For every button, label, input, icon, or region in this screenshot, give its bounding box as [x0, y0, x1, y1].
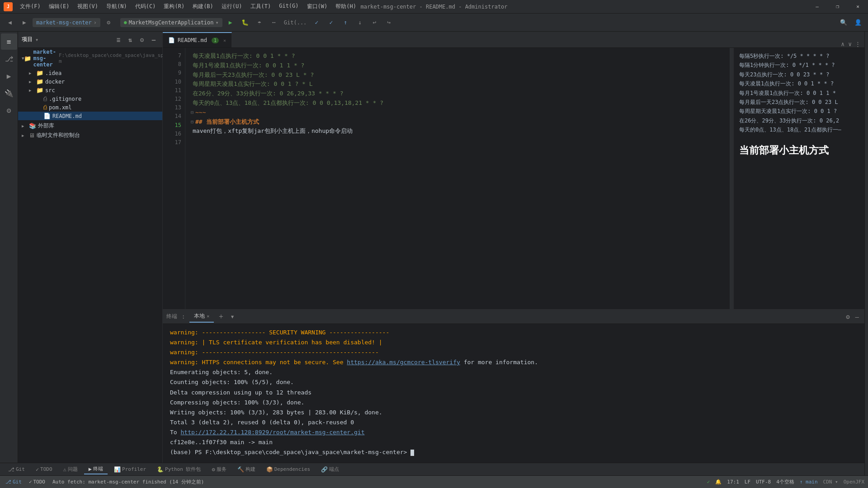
menu-code[interactable]: 代码(C) — [132, 2, 160, 11]
bottom-tab-terminal[interactable]: ▶ 终端 — [84, 464, 108, 474]
menu-navigate[interactable]: 导航(N) — [103, 2, 131, 11]
status-cursor-pos[interactable]: 17:1 — [727, 479, 739, 485]
tree-item-src[interactable]: ▶ 📁 src — [18, 86, 162, 94]
term-line-6: Delta compression using up to 12 threads — [170, 388, 857, 398]
tree-item-pom[interactable]: ⎙ pom.xml — [18, 103, 162, 112]
status-lf[interactable]: LF — [745, 479, 750, 485]
forward-button[interactable]: ▶ — [18, 16, 31, 29]
tab-actions-icon[interactable]: ⋮ — [855, 41, 861, 47]
git-tab-label: Git — [16, 466, 25, 472]
activity-settings-icon[interactable]: ⚙ — [1, 102, 17, 118]
menu-edit[interactable]: 编辑(E) — [45, 2, 73, 11]
breadcrumb[interactable]: market-msg-center › — [33, 18, 100, 27]
app-selector[interactable]: ● MarketMsgCenterApplication ▾ — [120, 18, 222, 27]
docker-label: docker — [45, 79, 65, 85]
menu-file[interactable]: 文件(F) — [16, 2, 44, 11]
menu-refactor[interactable]: 重构(R) — [160, 2, 188, 11]
run-button[interactable]: ▶ — [224, 16, 237, 29]
bottom-tab-endpoints[interactable]: 🔗 端点 — [316, 465, 344, 474]
bottom-tab-services[interactable]: ⚙ 服务 — [207, 465, 231, 474]
minimize-panel-icon[interactable]: — — [149, 35, 159, 45]
status-indent[interactable]: 4个空格 — [776, 479, 794, 485]
editor-scrollbar[interactable] — [730, 48, 733, 309]
terminal-dropdown-icon[interactable]: ▾ — [230, 312, 235, 321]
activity-bar: ≡ ⎇ ▶ 🔌 ⚙ — [0, 32, 18, 463]
activity-commit-icon[interactable]: ⎇ — [1, 51, 17, 67]
bottom-tab-profiler[interactable]: 📊 Profiler — [109, 465, 151, 474]
terminal-local-close-icon[interactable]: ✕ — [207, 314, 209, 319]
terminal-tab-local[interactable]: 本地 ✕ — [189, 310, 214, 323]
tree-item-external-libs[interactable]: ▶ 📚 外部库 — [18, 121, 162, 131]
git-branch-info[interactable]: Git(... — [284, 19, 307, 26]
bottom-tab-python[interactable]: 🐍 Python 软件包 — [152, 465, 205, 474]
search-next-icon[interactable]: ∨ — [847, 41, 853, 47]
bottom-tab-build[interactable]: 🔨 构建 — [233, 465, 260, 474]
back-button[interactable]: ◀ — [4, 16, 16, 29]
line-text-16: maven打包，xftp复制jar包到小主机上面，nohup命令启动 — [193, 127, 353, 136]
status-cdn: CDN ▾ — [823, 479, 838, 485]
push-button[interactable]: ↑ — [339, 16, 352, 29]
minimize-button[interactable]: — — [807, 0, 827, 14]
window-title: market-msg-center - README.md - Administ… — [360, 4, 507, 10]
status-encoding[interactable]: UTF-8 — [756, 479, 771, 485]
preview-line-3: 每天凌晨1点执行一次: 0 0 1 * * ? — [739, 79, 859, 88]
git-tab-icon: ⎇ — [8, 466, 14, 473]
terminal-add-button[interactable]: ＋ — [217, 312, 225, 321]
menu-view[interactable]: 视图(V) — [74, 2, 102, 11]
user-button[interactable]: 👤 — [852, 16, 864, 29]
sort-icon[interactable]: ⇅ — [125, 35, 135, 45]
settings-button[interactable]: ⚙ — [102, 16, 115, 29]
menu-window[interactable]: 窗口(W) — [303, 2, 331, 11]
search-prev-icon[interactable]: ∧ — [840, 41, 846, 47]
bottom-tab-dependencies[interactable]: 📦 Dependencies — [262, 465, 315, 474]
root-folder-label: market-msg-center — [33, 49, 56, 68]
menu-build[interactable]: 构建(B) — [189, 2, 217, 11]
menu-help[interactable]: 帮助(H) — [332, 2, 360, 11]
term-line-1: warning: | TLS certificate verification … — [170, 338, 857, 347]
bottom-tab-git[interactable]: ⎇ Git — [4, 465, 29, 474]
debug-button[interactable]: 🐛 — [239, 16, 251, 29]
tree-item-docker[interactable]: ▶ 📁 docker — [18, 77, 162, 86]
term-repo-link[interactable]: http://172.22.71.128:8929/root/market-ms… — [180, 429, 364, 436]
tree-item-gitignore[interactable]: ⎙ .gitignore — [18, 94, 162, 103]
close-button[interactable]: ✕ — [848, 0, 868, 14]
temp-arrow-icon: ▶ — [22, 133, 29, 138]
update-button[interactable]: ✓ — [310, 16, 323, 29]
terminal-minimize-icon[interactable]: — — [854, 312, 861, 321]
terminal-settings-icon[interactable]: ⚙ — [844, 312, 851, 321]
undo-button[interactable]: ↩ — [368, 16, 381, 29]
dependencies-tab-icon: 📦 — [266, 466, 273, 473]
collapse-all-icon[interactable]: ≡ — [113, 35, 123, 45]
tree-root[interactable]: ▼ 📁 market-msg-center F:\desktop_space\c… — [18, 48, 162, 69]
more-run-button[interactable]: ⋯ — [268, 16, 280, 29]
editor-tab-readme[interactable]: 📄 README.md 1 ✕ — [163, 32, 232, 47]
maximize-button[interactable]: ❐ — [827, 0, 848, 14]
status-git[interactable]: ⎇ Git — [4, 479, 24, 485]
code-editor[interactable]: 每天凌晨1点执行一次: 0 0 1 * * ? 每月1号凌晨1点执行一次: 0 … — [185, 48, 730, 309]
settings-panel-icon[interactable]: ⚙ — [137, 35, 147, 45]
bottom-tab-problems[interactable]: ⚠ 问题 — [59, 465, 82, 474]
search-button[interactable]: 🔍 — [837, 16, 850, 29]
git-status-label: Git — [13, 479, 22, 485]
activity-project-icon[interactable]: ≡ — [1, 33, 17, 50]
tree-item-idea[interactable]: ▶ 📁 .idea — [18, 69, 162, 77]
term-line-5: Counting objects: 100% (5/5), done. — [170, 377, 857, 387]
gitignore-label: .gitignore — [49, 96, 81, 102]
bottom-tab-todo[interactable]: ✓ TODO — [31, 465, 57, 474]
terminal-content: warning: ------------------ SECURITY WAR… — [163, 324, 864, 463]
redo-button[interactable]: ↪ — [382, 16, 395, 29]
coverage-button[interactable]: ☂ — [253, 16, 266, 29]
status-branch[interactable]: ↑ main — [800, 479, 818, 485]
tree-item-temp-files[interactable]: ▶ 🖥 临时文件和控制台 — [18, 131, 162, 140]
activity-run-icon[interactable]: ▶ — [1, 68, 17, 84]
menu-git[interactable]: Git(G) — [275, 2, 302, 11]
term-tls-link[interactable]: https://aka.ms/gcmcore-tlsverify — [347, 359, 460, 366]
menu-run[interactable]: 运行(U) — [218, 2, 246, 11]
activity-plugin-icon[interactable]: 🔌 — [1, 85, 17, 101]
commit-button[interactable]: ✓ — [325, 16, 337, 29]
menu-tools[interactable]: 工具(T) — [247, 2, 275, 11]
status-todo[interactable]: ✓ TODO — [27, 479, 47, 485]
tab-close-icon[interactable]: ✕ — [223, 38, 226, 43]
tree-item-readme[interactable]: 📄 README.md — [18, 112, 162, 120]
pull-button[interactable]: ↓ — [354, 16, 366, 29]
